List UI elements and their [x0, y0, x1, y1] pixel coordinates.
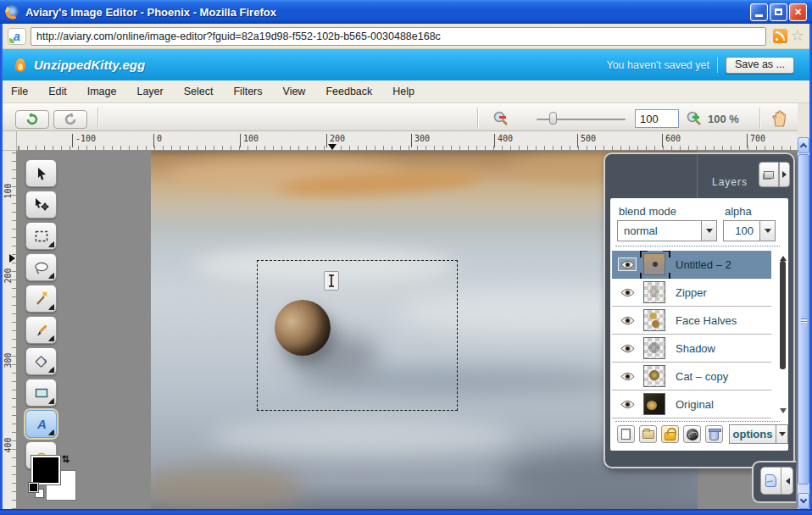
close-button[interactable]: ✕: [789, 3, 807, 21]
layer-row-shadow[interactable]: Shadow: [612, 335, 771, 363]
maximize-button[interactable]: [770, 3, 787, 21]
zoom-out-button[interactable]: [492, 110, 509, 127]
undo-icon: [25, 113, 40, 126]
layer-row-cat-copy[interactable]: Cat – copy: [612, 363, 771, 390]
blend-mode-label: blend mode: [619, 205, 676, 218]
tool-text[interactable]: A: [25, 410, 57, 438]
save-as-button[interactable]: Save as ...: [726, 57, 794, 74]
layer-thumbnail: [643, 393, 665, 415]
scrollbar-top-gap: [798, 103, 809, 137]
marquee-icon: [34, 229, 49, 244]
brush-icon: [34, 323, 49, 338]
layer-row-face-halves[interactable]: Face Halves: [612, 307, 771, 335]
redo-icon: [63, 113, 78, 126]
tool-fill-bucket[interactable]: [25, 347, 57, 375]
trash-icon: [709, 430, 719, 440]
minimize-button[interactable]: [750, 3, 768, 21]
layer-row-untitled-2[interactable]: Untitled – 2: [612, 251, 771, 279]
menu-filters[interactable]: Filters: [233, 82, 262, 101]
menu-edit[interactable]: Edit: [48, 82, 67, 101]
pan-hand-button[interactable]: [770, 108, 790, 129]
scroll-down-icon[interactable]: [780, 408, 787, 417]
menu-feedback[interactable]: Feedback: [325, 82, 372, 101]
menu-image[interactable]: Image: [87, 82, 117, 101]
layer-thumbnail: [643, 281, 665, 303]
menu-select[interactable]: Select: [184, 82, 214, 101]
foreground-color-swatch[interactable]: [31, 455, 61, 485]
layer-group-button[interactable]: [639, 425, 657, 443]
scrollbar-thumb[interactable]: [798, 154, 809, 485]
zoom-slider-thumb[interactable]: [549, 112, 557, 125]
tool-flyout-corner: [48, 398, 54, 404]
tool-pointer[interactable]: [25, 159, 57, 187]
alpha-select[interactable]: 100: [723, 220, 776, 241]
visibility-eye-icon[interactable]: [618, 341, 637, 355]
layer-thumbnail: [643, 365, 665, 387]
scroll-up-button[interactable]: [798, 137, 809, 153]
tool-move[interactable]: [25, 191, 57, 219]
cursor-y-marker: [9, 254, 19, 263]
visibility-eye-icon[interactable]: [618, 369, 637, 383]
tool-shape[interactable]: [25, 379, 57, 407]
sphere-icon: [687, 429, 698, 440]
blend-mode-select[interactable]: normal: [617, 220, 717, 241]
close-icon: ✕: [794, 7, 802, 18]
visibility-eye-icon[interactable]: [618, 258, 637, 271]
zoom-in-button[interactable]: [686, 110, 703, 127]
layer-effects-button[interactable]: [683, 425, 701, 443]
header-divider: [717, 58, 718, 73]
lock-layer-button[interactable]: [661, 425, 679, 443]
chevron-down-icon[interactable]: [759, 221, 775, 241]
panel-separator: [615, 421, 780, 422]
delete-layer-button[interactable]: [705, 425, 723, 443]
url-input[interactable]: http://aviary.com/online/image-editor?fg…: [31, 27, 766, 46]
undo-button[interactable]: [15, 110, 49, 129]
toolbar-separator: [97, 108, 98, 129]
scroll-down-button[interactable]: [798, 493, 809, 509]
visibility-eye-icon[interactable]: [618, 285, 637, 299]
collapsed-panel-buttons: [760, 467, 793, 495]
selection-rectangle[interactable]: [257, 260, 458, 411]
redo-button[interactable]: [53, 110, 87, 129]
bookmark-star-icon[interactable]: ☆: [791, 29, 804, 43]
ruler-label: -100: [72, 134, 96, 147]
options-label: options: [733, 428, 773, 440]
panel-collapse-button[interactable]: [779, 162, 790, 187]
tool-flyout-corner: [48, 429, 54, 435]
rss-feed-icon[interactable]: [773, 29, 787, 43]
layer-options-button[interactable]: options: [729, 424, 776, 444]
layer-row-original[interactable]: Original: [612, 390, 771, 418]
page-scrollbar[interactable]: [798, 137, 809, 509]
scroll-up-icon[interactable]: [780, 252, 787, 261]
menu-view[interactable]: View: [283, 82, 306, 101]
magic-wand-icon: [34, 291, 49, 307]
visibility-eye-icon[interactable]: [618, 397, 637, 411]
chevron-up-icon: [800, 143, 807, 150]
history-panel-button[interactable]: [760, 467, 781, 495]
tool-flyout-corner: [48, 241, 54, 247]
editor-toolbar: 100 %: [3, 103, 798, 131]
panel-dock-button[interactable]: [759, 162, 779, 187]
tool-magic-wand[interactable]: [25, 285, 57, 313]
visibility-eye-icon[interactable]: [618, 313, 637, 327]
window-titlebar[interactable]: Aviary's Image Editor - Phoenix - Mozill…: [0, 0, 812, 24]
expand-panel-button[interactable]: [781, 467, 793, 495]
menu-layer[interactable]: Layer: [136, 82, 163, 101]
chevron-down-icon[interactable]: [701, 221, 716, 241]
tool-lasso[interactable]: [25, 253, 57, 281]
scrollbar-thumb[interactable]: [780, 261, 786, 369]
swap-colors-icon[interactable]: ⇄: [60, 455, 71, 462]
text-insert-cursor: [324, 271, 339, 291]
menu-file[interactable]: File: [11, 82, 28, 101]
menu-help[interactable]: Help: [392, 82, 414, 101]
tool-marquee[interactable]: [25, 222, 57, 250]
layer-list-scrollbar[interactable]: [777, 251, 788, 422]
menu-bar: File Edit Image Layer Select Filters Vie…: [3, 80, 809, 103]
zoom-value-input[interactable]: [635, 109, 679, 128]
new-layer-button[interactable]: [617, 425, 635, 443]
layer-row-zipper[interactable]: Zipper: [612, 279, 771, 307]
ruler-label: 100: [3, 179, 13, 204]
layer-options-dropdown[interactable]: [776, 424, 788, 444]
default-foreground-swatch[interactable]: [29, 483, 38, 492]
tool-brush[interactable]: [25, 316, 57, 344]
